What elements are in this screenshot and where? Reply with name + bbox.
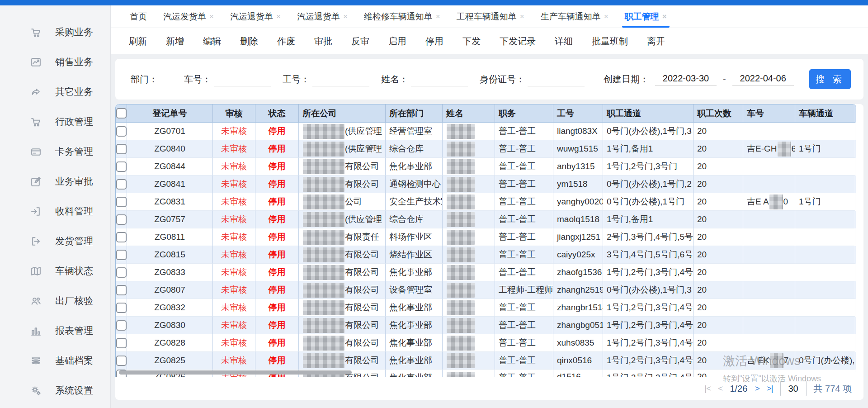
- cell-company: 有限公司: [299, 281, 386, 299]
- sidebar-item-9[interactable]: 车辆状态: [0, 256, 110, 286]
- date-from-field[interactable]: 2022-03-30: [655, 72, 717, 86]
- row-checkbox[interactable]: [116, 320, 127, 331]
- sidebar-item-12[interactable]: 基础档案: [0, 346, 110, 375]
- sidebar-item-8[interactable]: 发货管理: [0, 226, 110, 256]
- toolbar-button-6[interactable]: 审批: [314, 35, 332, 47]
- cell-duty: 普工-普工: [495, 211, 553, 228]
- row-checkbox[interactable]: [116, 303, 127, 313]
- sidebar-item-3[interactable]: 其它业务: [0, 77, 110, 107]
- column-header-company: 所在公司: [299, 104, 386, 123]
- filter-field-input[interactable]: [214, 72, 271, 86]
- tab-close-icon[interactable]: ×: [209, 13, 214, 20]
- filter-field-input[interactable]: [411, 72, 468, 86]
- team-icon: [30, 295, 42, 307]
- sidebar-item-label: 卡务管理: [55, 145, 93, 158]
- cell-status: 停用: [255, 228, 299, 246]
- redacted-content: [447, 318, 475, 333]
- page-size-select[interactable]: 30: [780, 381, 807, 396]
- toolbar-button-12[interactable]: 详细: [555, 35, 573, 47]
- tab-1[interactable]: 首页: [123, 6, 153, 28]
- row-checkbox[interactable]: [116, 197, 127, 207]
- tab-6[interactable]: 工程车辆通知单×: [450, 6, 531, 28]
- sidebar-item-5[interactable]: 卡务管理: [0, 137, 110, 166]
- row-checkbox[interactable]: [116, 144, 127, 154]
- sidebar-item-label: 车辆状态: [55, 265, 93, 277]
- sidebar-item-6[interactable]: 业务审批: [0, 166, 110, 196]
- cell-car_channel: [795, 176, 855, 193]
- cell-channel: 0号门(办公楼),1号门: [603, 193, 693, 211]
- toolbar-button-11[interactable]: 下发记录: [500, 35, 536, 47]
- cell-id: ZG0825: [127, 352, 213, 370]
- cell-id: ZG0811: [127, 228, 213, 246]
- filter-field-input[interactable]: [528, 72, 585, 86]
- tab-close-icon[interactable]: ×: [436, 13, 440, 20]
- first-page-button[interactable]: |<: [704, 384, 711, 394]
- tab-close-icon[interactable]: ×: [662, 13, 667, 20]
- cell-carno: [743, 211, 795, 228]
- row-checkbox[interactable]: [116, 356, 127, 366]
- toolbar-button-13[interactable]: 批量班制: [592, 35, 628, 47]
- toolbar-button-5[interactable]: 作废: [277, 35, 295, 47]
- bar-chart-icon: [30, 325, 42, 337]
- toolbar-button-9[interactable]: 停用: [425, 35, 443, 47]
- sidebar-item-4[interactable]: 行政管理: [0, 107, 110, 137]
- prev-page-button[interactable]: <: [718, 384, 722, 394]
- sidebar-item-7[interactable]: 收料管理: [0, 196, 110, 226]
- cell-duty: 普工-普工: [495, 317, 553, 334]
- row-checkbox[interactable]: [116, 232, 127, 242]
- cell-name: [443, 317, 495, 334]
- sidebar-item-10[interactable]: 出厂核验: [0, 286, 110, 316]
- sidebar-item-1[interactable]: 采购业务: [0, 17, 110, 47]
- horizontal-scrollbar-thumb[interactable]: [119, 370, 352, 375]
- tab-close-icon[interactable]: ×: [604, 13, 609, 20]
- table-row: ZG0825未审核停用有限公司焦化事业部普工-普工qinx05161号门,2号门…: [116, 352, 856, 370]
- toolbar-button-14[interactable]: 离开: [647, 35, 665, 47]
- row-checkbox[interactable]: [116, 179, 127, 190]
- tab-8[interactable]: 职工管理×: [618, 6, 673, 28]
- tab-close-icon[interactable]: ×: [343, 13, 348, 20]
- date-range-label: 创建日期：: [604, 73, 649, 85]
- row-checkbox[interactable]: [116, 267, 127, 278]
- card-icon: [30, 146, 42, 157]
- redacted-content: [303, 212, 344, 227]
- select-all-checkbox[interactable]: [116, 108, 127, 119]
- toolbar-button-1[interactable]: 刷新: [129, 35, 147, 47]
- cell-dept: 烧结作业区: [386, 246, 443, 264]
- toolbar-button-7[interactable]: 反审: [351, 35, 369, 47]
- row-checkbox[interactable]: [116, 161, 127, 172]
- cell-dept: 焦化事业部: [386, 334, 443, 352]
- row-checkbox[interactable]: [116, 126, 127, 137]
- toolbar-button-2[interactable]: 新增: [166, 35, 184, 47]
- cell-name: [443, 193, 495, 211]
- sidebar-item-13[interactable]: 系统设置: [0, 375, 110, 405]
- cell-name: [443, 352, 495, 370]
- sidebar-item-label: 采购业务: [55, 26, 93, 38]
- tab-4[interactable]: 汽运退货单×: [291, 6, 354, 28]
- toolbar-button-8[interactable]: 启用: [388, 35, 406, 47]
- toolbar-button-4[interactable]: 删除: [240, 35, 258, 47]
- next-page-button[interactable]: >: [755, 384, 759, 394]
- row-checkbox[interactable]: [116, 250, 127, 260]
- row-checkbox[interactable]: [116, 338, 127, 348]
- last-page-button[interactable]: >|: [766, 384, 773, 394]
- tab-3[interactable]: 汽运退货单×: [224, 6, 287, 28]
- sidebar-item-2[interactable]: 销售业务: [0, 47, 110, 77]
- sidebar-item-11[interactable]: 报表管理: [0, 316, 110, 346]
- tab-5[interactable]: 维检修车辆通知单×: [358, 6, 447, 28]
- tab-close-icon[interactable]: ×: [276, 13, 281, 20]
- cell-carno: [743, 281, 795, 299]
- cell-times: 20: [693, 158, 743, 176]
- cell-name: [443, 158, 495, 176]
- tab-2[interactable]: 汽运发货单×: [157, 6, 220, 28]
- tab-7[interactable]: 生产车辆通知单×: [534, 6, 615, 28]
- toolbar-button-3[interactable]: 编辑: [203, 35, 221, 47]
- cell-status: 停用: [255, 211, 299, 228]
- sidebar: 采购业务销售业务其它业务行政管理卡务管理业务审批收料管理发货管理车辆状态出厂核验…: [0, 5, 111, 408]
- search-button[interactable]: 搜 索: [809, 69, 851, 89]
- filter-field-input[interactable]: [312, 72, 369, 86]
- row-checkbox[interactable]: [116, 214, 127, 225]
- toolbar-button-10[interactable]: 下发: [462, 35, 481, 47]
- date-to-field[interactable]: 2022-04-06: [732, 72, 794, 86]
- tab-close-icon[interactable]: ×: [520, 13, 524, 20]
- row-checkbox[interactable]: [116, 285, 127, 295]
